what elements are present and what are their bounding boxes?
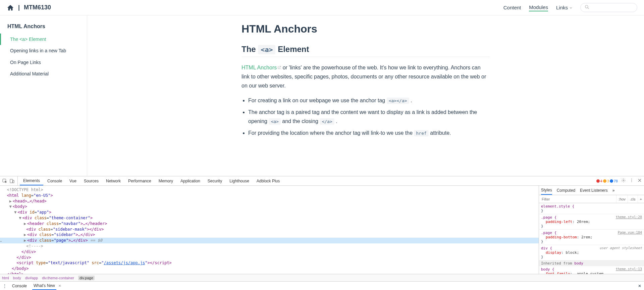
tab-memory[interactable]: Memory [155, 176, 176, 185]
styles-tab-computed[interactable]: Computed [557, 186, 575, 195]
styles-tab-styles[interactable]: Styles [541, 186, 552, 195]
section-heading: The <a> Element [241, 45, 490, 57]
crumb-page[interactable]: div.page [78, 276, 95, 280]
devtools-tabs: Elements Console Vue Sources Network Per… [0, 176, 644, 186]
tab-application[interactable]: Application [177, 176, 204, 185]
nav-link-modules[interactable]: Modules [529, 4, 548, 11]
device-icon[interactable] [9, 178, 15, 184]
nav-link-links[interactable]: Links [556, 5, 572, 10]
devtools-right-icons [621, 178, 642, 184]
crumb-theme[interactable]: div.theme-container [42, 276, 74, 280]
tab-elements[interactable]: Elements [20, 176, 43, 185]
chevron-down-icon [570, 7, 572, 9]
tab-performance[interactable]: Performance [125, 176, 155, 185]
dom-line[interactable]: </div> [0, 255, 539, 260]
dom-line-selected[interactable]: ▶<div class="page">…</div> == $0 [0, 238, 539, 243]
close-icon[interactable] [637, 178, 642, 184]
drawer-close-icon[interactable]: ✕ [638, 284, 641, 288]
rule-div-ua[interactable]: user agent stylesheet div { display: blo… [539, 245, 644, 260]
dom-line[interactable]: </div> [0, 249, 539, 255]
home-icon[interactable] [7, 4, 14, 11]
page-area: HTML Anchors The <a> Element Opening lin… [0, 15, 644, 176]
dom-line[interactable]: <!----> [0, 243, 539, 249]
dom-line[interactable]: ▼<body> [0, 204, 539, 210]
tab-sources[interactable]: Sources [80, 176, 102, 185]
devtools-body: <!DOCTYPE html> <html lang="en-US"> ▶<he… [0, 186, 644, 274]
kebab-icon[interactable] [629, 178, 634, 184]
search-input[interactable] [591, 5, 632, 10]
message-badge[interactable]: 78 [610, 179, 618, 183]
tab-vue[interactable]: Vue [66, 176, 80, 185]
tab-console[interactable]: Console [44, 176, 65, 185]
gear-icon[interactable] [621, 178, 626, 184]
sidebar-item-additional[interactable]: Additional Material [0, 68, 87, 79]
sidebar: HTML Anchors The <a> Element Opening lin… [0, 15, 87, 176]
svg-point-6 [631, 179, 632, 179]
site-title[interactable]: MTM6130 [24, 4, 51, 11]
sidebar-item-a-element[interactable]: The <a> Element [0, 34, 87, 45]
dom-line[interactable]: <script type="text/javascript" src="/ass… [0, 260, 539, 266]
list-item: The anchor tag is a paired tag and the c… [248, 108, 490, 126]
svg-point-0 [585, 5, 588, 8]
dom-line[interactable]: <html lang="en-US"> [0, 193, 539, 198]
styles-tab-more-icon[interactable]: » [612, 186, 615, 195]
list-item: For creating a link on our webpage we us… [248, 96, 490, 105]
inspect-icon[interactable] [2, 178, 7, 184]
rule-page-1[interactable]: theme.styl:20 .page { padding-left: 20re… [539, 214, 644, 230]
warning-badge[interactable]: 3 [603, 179, 609, 183]
nav-links: Content Modules Links [503, 4, 572, 11]
crumb-html[interactable]: html [2, 276, 9, 280]
devtools-status[interactable]: 4 3 78 [596, 179, 621, 183]
content: HTML Anchors The <a> Element HTML Anchor… [87, 15, 644, 176]
elements-tree[interactable]: <!DOCTYPE html> <html lang="en-US"> ▶<he… [0, 186, 539, 274]
h2-pre: The [241, 45, 258, 54]
tab-network[interactable]: Network [103, 176, 124, 185]
tab-security[interactable]: Security [204, 176, 225, 185]
dom-line[interactable]: <div class="sidebar-mask"></div> [0, 227, 539, 232]
dom-line[interactable]: ▶<div class="sidebar">…</div> [0, 232, 539, 238]
app-root: | MTM6130 Content Modules Links HTML Anc… [0, 0, 644, 290]
external-link-icon [277, 63, 281, 67]
navbar-left: | MTM6130 [7, 4, 51, 11]
html-anchors-link[interactable]: HTML Anchors [241, 65, 281, 70]
page-title: HTML Anchors [241, 23, 490, 35]
content-inner: HTML Anchors The <a> Element HTML Anchor… [241, 15, 490, 137]
drawer-tab-whatsnew[interactable]: What's New [32, 282, 56, 290]
crumb-body[interactable]: body [13, 276, 21, 280]
h2-code: <a> [258, 45, 275, 54]
sidebar-heading: HTML Anchors [0, 23, 87, 34]
drawer-kebab-icon[interactable]: ⋮ [3, 284, 7, 288]
crumb-app[interactable]: div#app [25, 276, 38, 280]
tab-adblock[interactable]: Adblock Plus [253, 176, 283, 185]
nav-link-content[interactable]: Content [503, 5, 521, 10]
cls-toggle[interactable]: .cls [628, 195, 638, 203]
sidebar-item-on-page[interactable]: On Page Links [0, 57, 87, 68]
code-inline: </a> [320, 118, 334, 125]
svg-point-7 [631, 180, 632, 181]
rule-body[interactable]: theme.styl:13 body { font-family: -apple… [539, 266, 644, 274]
devtools-drawer: ⋮ Console What's New ✕ ✕ [0, 281, 644, 290]
plus-icon[interactable]: + [638, 195, 644, 203]
sidebar-item-new-tab[interactable]: Opening links in a new Tab [0, 45, 87, 56]
tab-lighthouse[interactable]: Lighthouse [226, 176, 253, 185]
dom-line[interactable]: ▼<div class="theme-container"> [0, 215, 539, 221]
svg-point-5 [623, 180, 624, 181]
rule-element-style[interactable]: element.style {} [539, 203, 644, 214]
search-box[interactable] [580, 3, 637, 12]
dom-line[interactable]: ▼<div id="app"> [0, 210, 539, 215]
dom-line[interactable]: </html> [0, 272, 539, 274]
dom-line[interactable]: <!DOCTYPE html> [0, 187, 539, 193]
drawer-tab-close-icon[interactable]: ✕ [58, 284, 61, 288]
dom-line[interactable]: </body> [0, 266, 539, 272]
rule-page-2[interactable]: Page.vue:184 .page { padding-bottom: 2re… [539, 230, 644, 245]
styles-rules[interactable]: element.style {} theme.styl:20 .page { p… [539, 203, 644, 274]
dom-line[interactable]: ▶<head>…</head> [0, 198, 539, 204]
styles-tab-listeners[interactable]: Event Listeners [580, 186, 608, 195]
styles-filter-input[interactable] [539, 197, 616, 201]
dom-line[interactable]: ▶<header class="navbar">…</header> [0, 221, 539, 227]
svg-point-8 [631, 181, 632, 182]
hov-toggle[interactable]: :hov [616, 195, 628, 203]
drawer-tab-console[interactable]: Console [11, 282, 28, 290]
error-badge[interactable]: 4 [596, 179, 602, 183]
code-inline: href [414, 130, 428, 136]
